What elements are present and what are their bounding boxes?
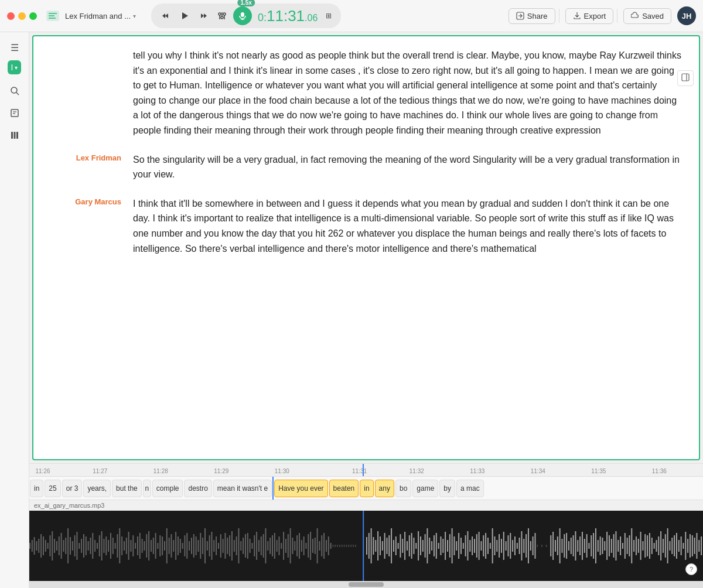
svg-rect-302 <box>294 541 295 551</box>
svg-rect-159 <box>474 539 475 553</box>
svg-rect-174 <box>508 535 509 556</box>
svg-rect-199 <box>571 538 572 554</box>
scrollbar-thumb[interactable] <box>349 582 384 587</box>
token-bo[interactable]: bo <box>395 480 411 497</box>
speed-badge[interactable]: 1.5x <box>237 0 254 6</box>
svg-rect-253 <box>692 535 693 556</box>
token-comple[interactable]: comple <box>152 480 183 497</box>
cursor-dropdown-icon: ▾ <box>15 64 18 71</box>
svg-rect-123 <box>393 540 394 552</box>
svg-rect-85 <box>164 541 165 551</box>
svg-rect-218 <box>613 534 615 558</box>
token-n[interactable]: n <box>143 480 151 497</box>
token-years[interactable]: years, <box>83 480 111 497</box>
svg-rect-279 <box>243 538 244 554</box>
export-button[interactable]: Export <box>565 8 614 24</box>
token-25[interactable]: 25 <box>45 480 60 497</box>
svg-rect-289 <box>265 528 267 563</box>
token-any[interactable]: any <box>375 480 394 497</box>
waveform-area[interactable]: // We'll generate waveform inline via JS <box>29 511 703 581</box>
notes-sidebar-button[interactable] <box>5 104 24 122</box>
token-beaten[interactable]: beaten <box>329 480 359 497</box>
svg-rect-89 <box>173 540 174 552</box>
fast-forward-button[interactable] <box>196 9 211 22</box>
svg-rect-48 <box>81 539 82 553</box>
svg-rect-259 <box>198 540 199 552</box>
svg-rect-188 <box>541 545 542 547</box>
svg-rect-224 <box>627 538 628 554</box>
token-by[interactable]: by <box>439 480 455 497</box>
svg-rect-163 <box>483 535 484 556</box>
ruler-tick-5: 11:31 <box>352 468 367 474</box>
mic-button[interactable] <box>233 6 252 25</box>
right-panel-toggle-button[interactable] <box>677 70 694 86</box>
panel-toggle-icon <box>681 73 690 81</box>
svg-rect-248 <box>681 536 682 555</box>
svg-rect-133 <box>415 543 417 549</box>
help-button[interactable]: ? <box>685 563 697 575</box>
svg-rect-54 <box>94 540 95 552</box>
svg-rect-102 <box>339 545 340 547</box>
svg-rect-131 <box>411 533 412 559</box>
svg-rect-247 <box>678 540 680 552</box>
token-or3[interactable]: or 3 <box>62 480 83 497</box>
svg-marker-4 <box>182 12 188 19</box>
svg-rect-177 <box>514 536 516 555</box>
svg-rect-161 <box>479 532 480 560</box>
title-dropdown-chevron-icon: ▾ <box>133 13 136 19</box>
sidebar-menu-button[interactable]: ☰ <box>5 38 24 57</box>
saved-button[interactable]: Saved <box>623 8 671 24</box>
minimize-button[interactable] <box>18 12 26 20</box>
token-in2[interactable]: in <box>360 480 373 497</box>
svg-rect-170 <box>499 534 500 558</box>
search-sidebar-button[interactable] <box>5 81 24 100</box>
app-title-area[interactable]: Lex Fridman and ... ▾ <box>65 12 136 20</box>
cursor-tool-button[interactable]: I ▾ <box>8 60 22 74</box>
svg-rect-84 <box>162 536 163 555</box>
svg-rect-295 <box>279 536 280 555</box>
cursor-icon: I <box>11 63 13 72</box>
share-button[interactable]: Share <box>509 8 555 24</box>
svg-rect-65 <box>119 528 120 563</box>
svg-rect-93 <box>182 543 183 549</box>
svg-line-16 <box>16 93 19 95</box>
svg-rect-274 <box>231 531 233 560</box>
token-destro[interactable]: destro <box>184 480 211 497</box>
svg-rect-276 <box>236 536 237 555</box>
svg-rect-246 <box>676 533 677 559</box>
svg-rect-271 <box>225 533 226 559</box>
svg-rect-152 <box>458 533 459 559</box>
library-sidebar-button[interactable] <box>5 126 24 145</box>
word-tokens-row[interactable]: in 25 or 3 years, but the n comple destr… <box>29 477 703 500</box>
fullscreen-button[interactable] <box>29 12 37 20</box>
svg-rect-63 <box>115 543 116 549</box>
svg-rect-69 <box>128 532 129 560</box>
play-button[interactable] <box>177 9 192 22</box>
close-button[interactable] <box>7 12 15 20</box>
effects-button[interactable] <box>214 9 230 22</box>
svg-rect-141 <box>434 535 435 556</box>
scrollbar-area[interactable] <box>29 581 703 588</box>
svg-rect-200 <box>573 535 574 556</box>
user-avatar[interactable]: JH <box>677 6 696 25</box>
svg-rect-273 <box>229 535 230 556</box>
token-have[interactable]: Have you ever <box>274 480 327 497</box>
token-amac[interactable]: a mac <box>456 480 484 497</box>
svg-rect-241 <box>665 534 666 558</box>
mic-icon <box>238 12 247 20</box>
rewind-icon <box>161 11 171 21</box>
rewind-button[interactable] <box>158 9 173 22</box>
collapse-timer-button[interactable]: ⊞ <box>323 11 334 21</box>
token-game[interactable]: game <box>412 480 438 497</box>
svg-rect-234 <box>649 533 650 559</box>
transcript-panel[interactable]: tell you why I think it's not nearly as … <box>33 36 699 459</box>
svg-rect-17 <box>11 110 18 117</box>
token-mean[interactable]: mean it wasn't e <box>213 480 272 497</box>
token-but[interactable]: but the <box>112 480 142 497</box>
svg-rect-209 <box>593 533 594 559</box>
timeline-ruler[interactable]: 11:26 11:27 11:28 11:29 11:30 11:31 11:3… <box>29 464 703 477</box>
svg-rect-109 <box>355 545 356 547</box>
svg-rect-230 <box>640 532 641 560</box>
token-in[interactable]: in <box>30 480 43 497</box>
svg-rect-125 <box>398 543 399 549</box>
